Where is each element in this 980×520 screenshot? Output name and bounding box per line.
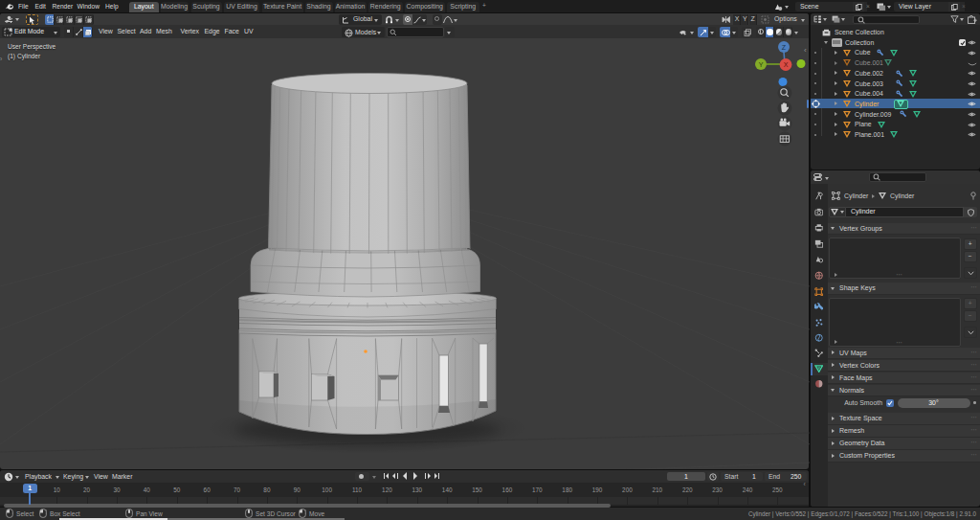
svg-text:Z: Z xyxy=(782,44,787,51)
svg-text:X: X xyxy=(784,61,789,68)
svg-text:Y: Y xyxy=(759,61,764,68)
svg-text:‹: ‹ xyxy=(804,46,807,55)
